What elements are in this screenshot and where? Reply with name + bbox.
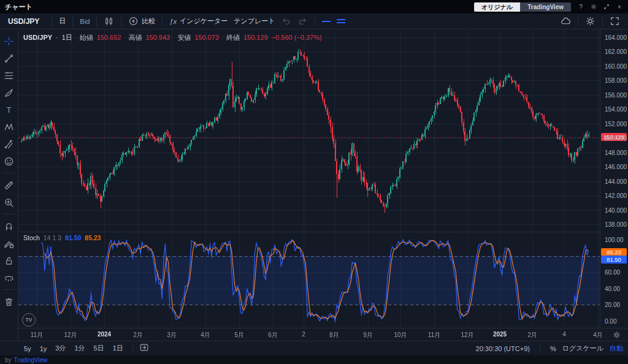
stoch-d-badge: 85.23	[601, 248, 627, 256]
page-title: チャート	[5, 2, 33, 12]
range-button-1日[interactable]: 1日	[110, 343, 126, 354]
tradingview-logo[interactable]: TV	[22, 313, 36, 327]
price-tick-label: 140.000	[605, 207, 627, 214]
drawing-lock-icon[interactable]	[1, 235, 18, 252]
range-button-1y[interactable]: 1y	[37, 344, 50, 353]
original-tab-button[interactable]: オリジナル	[474, 2, 520, 12]
cloud-save-icon[interactable]	[557, 15, 574, 28]
percent-scale-button[interactable]: %	[550, 345, 556, 352]
range-button-5y[interactable]: 5y	[21, 344, 34, 353]
price-tick-label: 158.000	[605, 77, 627, 84]
price-tick-label: 148.000	[605, 150, 627, 156]
emoji-icon[interactable]	[1, 153, 18, 170]
price-chart-canvas[interactable]	[18, 29, 600, 328]
candles-icon	[104, 16, 114, 26]
crosshair-icon[interactable]	[1, 32, 18, 50]
tradingview-tab-button[interactable]: TradingView	[520, 2, 571, 12]
favorite-trendline-icon[interactable]	[319, 20, 334, 23]
time-tick-label: 2月	[527, 331, 537, 339]
remove-drawings-icon[interactable]	[1, 293, 18, 310]
time-tick-label: 10月	[394, 331, 407, 339]
price-tick-label: 138.000	[605, 221, 627, 228]
fullscreen-icon[interactable]	[607, 15, 623, 28]
price-tick-label: 156.000	[605, 92, 627, 99]
chart-toolbar: USD/JPY 日 Bid 比較 ƒx インジケーター テンプレート	[0, 13, 628, 29]
status-bar: by TradingView	[0, 355, 628, 364]
stoch-k-badge: 81.50	[601, 256, 627, 264]
zoom-in-icon[interactable]	[1, 194, 18, 211]
price-axis[interactable]: 150.129 85.23 81.50 164.000162.000160.00…	[600, 29, 628, 328]
trend-line-icon[interactable]	[1, 50, 18, 67]
window-titlebar: チャート オリジナル TradingView ? ×	[0, 0, 628, 13]
compare-button[interactable]: 比較	[125, 15, 158, 28]
close-window-icon[interactable]: ×	[616, 3, 623, 10]
templates-button[interactable]: テンプレート	[231, 15, 278, 27]
stoch-tick-label: 0.00	[605, 318, 616, 325]
indicators-button[interactable]: ƒx インジケーター	[166, 15, 231, 27]
chart-workspace: T USD/JPY · 1日 始値150.652 高値150.943 安値150…	[0, 29, 628, 341]
time-tick-label: 6月	[268, 331, 278, 339]
time-tick-label: 11月	[31, 331, 43, 339]
change-value: −0.560 (−0.37%)	[272, 34, 322, 41]
open-value: 150.652	[97, 34, 121, 41]
drawing-toolbar: T	[0, 29, 18, 341]
source-toggle: オリジナル TradingView	[474, 2, 571, 12]
chart-pane-area: USD/JPY · 1日 始値150.652 高値150.943 安値150.0…	[18, 29, 600, 328]
range-button-1分[interactable]: 1分	[71, 343, 88, 354]
symbol-button[interactable]: USD/JPY	[5, 16, 48, 27]
ruler-icon[interactable]	[1, 176, 18, 194]
time-tick-label: 11月	[428, 331, 440, 339]
fx-icon: ƒx	[169, 18, 177, 25]
time-tick-label: 12月	[64, 331, 77, 339]
chart-settings-gear-icon[interactable]	[582, 15, 599, 28]
help-icon[interactable]: ?	[577, 3, 584, 10]
price-tick-label: 152.000	[605, 121, 627, 127]
time-axis[interactable]: 11月12月20242月3月4月5月6月28月9月10月11月12月20252月…	[18, 328, 628, 341]
stoch-tick-label: 100.00	[605, 237, 624, 243]
time-tick-label: 5月	[234, 331, 244, 339]
magnet-icon[interactable]	[1, 218, 18, 235]
time-tick-label: 8月	[329, 331, 339, 339]
tradingview-link[interactable]: TradingView	[14, 357, 48, 363]
expand-window-icon[interactable]	[603, 3, 610, 10]
time-tick-label: 2	[302, 331, 305, 338]
time-tick-label: 4月	[593, 331, 603, 339]
stoch-k-value: 81.50	[65, 234, 81, 241]
hide-all-drawings-icon[interactable]	[1, 269, 18, 286]
time-tick-label: 12月	[461, 331, 473, 339]
lock-all-drawings-icon[interactable]	[1, 252, 18, 269]
settings-gear-icon[interactable]	[590, 3, 597, 10]
go-to-date-icon[interactable]	[139, 343, 149, 355]
time-tick-label: 2025	[493, 331, 507, 338]
price-tick-label: 154.000	[605, 106, 627, 113]
interval-button[interactable]: 日	[56, 15, 69, 27]
chart-style-button[interactable]	[101, 15, 117, 28]
stoch-tick-label: 60.00	[605, 269, 620, 276]
price-tick-label: 162.000	[605, 48, 627, 55]
stoch-d-value: 85.23	[85, 234, 101, 241]
stoch-tick-label: 40.00	[605, 286, 620, 292]
legend-symbol: USD/JPY	[23, 34, 52, 41]
bid-mode-button[interactable]: Bid	[77, 17, 93, 26]
xabcd-pattern-icon[interactable]	[1, 118, 18, 135]
svg-text:T: T	[7, 105, 12, 114]
undo-icon[interactable]	[278, 15, 294, 28]
stoch-legend: Stoch 14 1 3 81.50 85.23	[23, 234, 101, 241]
clock[interactable]: 20:30:30 (UTC+9)	[476, 345, 530, 352]
text-icon[interactable]: T	[1, 101, 18, 118]
projection-icon[interactable]	[1, 135, 18, 153]
time-tick-label: 9月	[363, 331, 373, 339]
price-tick-label: 164.000	[605, 34, 627, 41]
range-button-5日[interactable]: 5日	[91, 343, 107, 354]
time-tick-label: 4月	[201, 331, 210, 339]
favorite-parallel-channel-icon[interactable]	[334, 18, 348, 25]
log-scale-button[interactable]: ログスケール	[562, 344, 603, 353]
compare-plus-icon	[128, 16, 139, 26]
fib-retracement-icon[interactable]	[1, 67, 18, 84]
redo-icon[interactable]	[294, 15, 311, 28]
time-axis-settings-icon[interactable]	[613, 330, 621, 341]
brush-icon[interactable]	[1, 84, 18, 101]
range-button-3分[interactable]: 3分	[52, 343, 69, 354]
close-value: 150.129	[243, 34, 268, 41]
auto-scale-button[interactable]: 自動	[610, 344, 623, 353]
